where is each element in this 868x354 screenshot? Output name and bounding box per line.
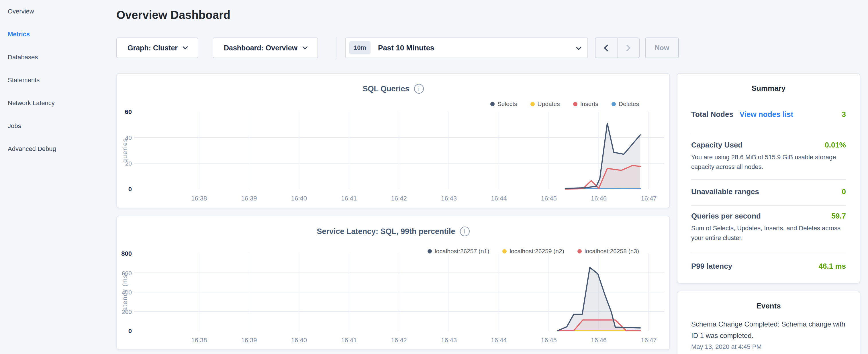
svg-text:16:47: 16:47 — [641, 195, 656, 202]
event-timestamp: May 13, 2020 at 4:45 PM — [691, 343, 846, 351]
svg-text:60: 60 — [125, 108, 132, 116]
summary-row-capacity-used: Capacity Used 0.01% You are using 28.6 M… — [691, 134, 846, 180]
svg-text:0: 0 — [128, 327, 132, 334]
svg-text:16:38: 16:38 — [191, 195, 207, 202]
p99-latency-value: 46.1 ms — [819, 262, 846, 271]
legend-dot-icon — [573, 102, 578, 106]
capacity-used-label: Capacity Used — [691, 141, 743, 150]
svg-text:16:41: 16:41 — [341, 195, 357, 202]
event-message: Schema Change Completed: Schema change w… — [691, 319, 846, 342]
sidebar-item-statements[interactable]: Statements — [8, 69, 111, 92]
summary-row-unavailable-ranges: Unavailable ranges 0 — [691, 180, 846, 206]
svg-text:16:45: 16:45 — [541, 195, 557, 202]
graph-dropdown-label: Graph: Cluster — [127, 44, 178, 52]
svg-text:0: 0 — [128, 186, 132, 193]
svg-text:queries: queries — [121, 138, 128, 163]
svg-text:16:43: 16:43 — [441, 195, 457, 202]
svg-text:16:39: 16:39 — [241, 195, 257, 202]
dashboard-dropdown[interactable]: Dashboard: Overview — [213, 37, 318, 58]
queries-per-second-subtext: Sum of Selects, Updates, Inserts, and De… — [691, 223, 846, 243]
legend-dot-icon — [530, 102, 535, 106]
summary-row-total-nodes: Total Nodes View nodes list 3 — [691, 93, 846, 134]
time-range-label: Past 10 Minutes — [378, 43, 577, 53]
legend-item[interactable]: Deletes — [612, 100, 639, 107]
chart-title: Service Latency: SQL, 99th percentile — [317, 227, 455, 236]
sidebar-item-advanced-debug[interactable]: Advanced Debug — [8, 137, 111, 160]
p99-latency-label: P99 latency — [691, 262, 732, 271]
queries-per-second-label: Queries per second — [691, 212, 761, 221]
summary-row-queries-per-second: Queries per second 59.7 Sum of Selects, … — [691, 206, 846, 253]
page-title: Overview Dashboard — [116, 9, 230, 22]
sidebar-item-databases[interactable]: Databases — [8, 46, 111, 69]
sidebar-item-network-latency[interactable]: Network Latency — [8, 92, 111, 115]
svg-text:16:44: 16:44 — [491, 336, 507, 344]
legend-item[interactable]: Selects — [490, 100, 517, 107]
legend-label: Inserts — [580, 100, 598, 107]
events-panel: Events Schema Change Completed: Schema c… — [677, 291, 860, 354]
sql-queries-chart[interactable]: 020406016:3816:3916:4016:4116:4216:4316:… — [117, 108, 670, 203]
summary-panel: Summary Total Nodes View nodes list 3 Ca… — [677, 73, 860, 284]
chevron-right-icon — [624, 44, 630, 51]
svg-text:16:46: 16:46 — [591, 195, 607, 202]
service-latency-chart-card: Service Latency: SQL, 99th percentile i … — [116, 216, 670, 350]
sidebar-item-metrics[interactable]: Metrics — [8, 23, 111, 46]
svg-text:16:44: 16:44 — [491, 195, 507, 202]
view-nodes-list-link[interactable]: View nodes list — [740, 110, 793, 119]
legend-item[interactable]: Inserts — [573, 100, 598, 107]
info-icon[interactable]: i — [460, 227, 470, 236]
svg-text:16:41: 16:41 — [341, 336, 357, 344]
next-range-button[interactable] — [617, 38, 639, 58]
legend-dot-icon — [490, 102, 495, 106]
legend-item[interactable]: Updates — [530, 100, 560, 107]
legend-dot-icon — [612, 102, 616, 106]
chevron-down-icon — [302, 44, 308, 49]
capacity-used-subtext: You are using 28.6 MiB of 515.9 GiB usab… — [691, 152, 846, 172]
now-button[interactable]: Now — [645, 37, 679, 58]
chart-title: SQL Queries — [363, 85, 409, 93]
svg-text:800: 800 — [121, 250, 132, 257]
graph-dropdown[interactable]: Graph: Cluster — [116, 37, 198, 58]
prev-range-button[interactable] — [595, 38, 617, 58]
svg-text:16:46: 16:46 — [591, 336, 607, 344]
sql-queries-chart-card: SQL Queries i SelectsUpdatesInsertsDelet… — [116, 73, 670, 208]
legend-label: Deletes — [619, 100, 639, 107]
queries-per-second-value: 59.7 — [831, 212, 846, 221]
unavailable-ranges-label: Unavailable ranges — [691, 187, 759, 196]
dashboard-dropdown-label: Dashboard: Overview — [224, 44, 298, 52]
svg-text:16:45: 16:45 — [541, 336, 557, 344]
time-range-picker[interactable]: 10m Past 10 Minutes — [345, 37, 588, 58]
time-range-nav — [595, 37, 640, 58]
chevron-down-icon — [183, 44, 188, 49]
svg-text:16:43: 16:43 — [441, 336, 457, 344]
legend-label: Selects — [497, 100, 517, 107]
svg-text:16:47: 16:47 — [641, 336, 656, 344]
controls-divider — [336, 37, 336, 59]
sidebar-item-overview[interactable]: Overview — [8, 0, 111, 23]
chart-legend: SelectsUpdatesInsertsDeletes — [490, 100, 639, 107]
svg-text:latency (ms): latency (ms) — [121, 271, 128, 313]
legend-label: Updates — [537, 100, 560, 107]
chevron-left-icon — [604, 44, 611, 51]
sidebar: Overview Metrics Databases Statements Ne… — [8, 0, 111, 160]
total-nodes-label: Total Nodes — [691, 110, 733, 119]
capacity-used-value: 0.01% — [825, 141, 846, 150]
time-range-badge: 10m — [349, 41, 371, 55]
svg-text:16:40: 16:40 — [291, 336, 307, 344]
sidebar-item-jobs[interactable]: Jobs — [8, 115, 111, 137]
svg-text:16:38: 16:38 — [191, 336, 207, 344]
chevron-down-icon — [576, 45, 581, 50]
total-nodes-value: 3 — [842, 110, 846, 119]
svg-text:16:39: 16:39 — [241, 336, 257, 344]
svg-text:16:42: 16:42 — [391, 195, 407, 202]
svg-text:16:40: 16:40 — [291, 195, 307, 202]
unavailable-ranges-value: 0 — [842, 187, 846, 196]
events-title: Events — [677, 291, 860, 311]
service-latency-chart[interactable]: 020040060080016:3816:3916:4016:4116:4216… — [117, 250, 670, 345]
summary-row-p99-latency: P99 latency 46.1 ms — [691, 253, 846, 271]
summary-title: Summary — [677, 74, 860, 93]
info-icon[interactable]: i — [414, 84, 424, 94]
svg-text:16:42: 16:42 — [391, 336, 407, 344]
